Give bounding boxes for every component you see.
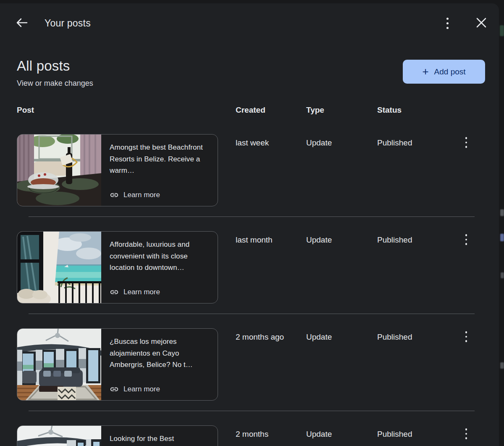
learn-more-link[interactable]: Learn more xyxy=(110,190,209,200)
plus-icon: + xyxy=(422,66,428,77)
your-posts-dialog: Your posts All posts View or make change… xyxy=(0,3,499,446)
post-summary: Amongst the best Beachfront Resorts in B… xyxy=(110,142,209,177)
table-row: Looking for the Best Learn more 2 months… xyxy=(17,411,475,446)
underlay-fragment xyxy=(500,25,504,36)
learn-more-label: Learn more xyxy=(123,288,160,296)
learn-more-label: Learn more xyxy=(123,385,160,393)
kebab-icon xyxy=(465,137,467,148)
status-cell: Published xyxy=(377,328,458,401)
row-menu-button[interactable] xyxy=(458,134,475,151)
post-thumbnail xyxy=(17,135,101,206)
kebab-icon xyxy=(446,18,449,29)
dialog-title: Your posts xyxy=(45,18,91,29)
page-subtitle: View or make changes xyxy=(17,79,93,88)
created-cell: last week xyxy=(236,134,290,206)
dining-table-cake-and-wine-image xyxy=(17,135,101,206)
link-icon xyxy=(110,190,119,200)
post-card[interactable]: Affordable, luxurious and convenient wit… xyxy=(17,231,218,303)
dialog-topbar: Your posts xyxy=(0,3,499,40)
kebab-icon xyxy=(465,331,467,342)
created-cell: 2 months xyxy=(236,425,290,446)
link-icon xyxy=(110,385,119,394)
link-icon xyxy=(110,288,119,297)
kebab-icon xyxy=(465,234,467,245)
learn-more-link[interactable]: Learn more xyxy=(110,385,209,394)
created-cell: last month xyxy=(236,231,290,303)
type-cell: Update xyxy=(306,425,377,446)
underlay-fragment xyxy=(500,234,504,241)
underlay-fragment xyxy=(501,272,504,278)
created-cell: 2 months ago xyxy=(236,328,290,401)
close-icon xyxy=(475,17,487,30)
row-menu-button[interactable] xyxy=(458,328,475,345)
underlay-fragment xyxy=(500,362,504,369)
balcony-ocean-view-image xyxy=(17,232,101,303)
add-post-label: Add post xyxy=(434,67,466,77)
post-summary: Affordable, luxurious and convenient wit… xyxy=(110,239,209,274)
status-cell: Published xyxy=(377,134,458,206)
type-cell: Update xyxy=(306,231,377,303)
learn-more-link[interactable]: Learn more xyxy=(110,288,209,297)
posts-table: Post Created Type Status xyxy=(17,106,475,446)
status-cell: Published xyxy=(377,425,458,446)
learn-more-label: Learn more xyxy=(123,191,160,199)
underlay-fragment xyxy=(500,209,504,216)
add-post-button[interactable]: + Add post xyxy=(403,60,485,84)
post-thumbnail xyxy=(17,232,101,303)
type-cell: Update xyxy=(306,328,377,401)
table-header-row: Post Created Type Status xyxy=(17,106,475,121)
back-arrow-icon xyxy=(16,16,28,30)
column-header-status: Status xyxy=(377,106,458,115)
page-title: All posts xyxy=(17,58,93,74)
row-menu-button[interactable] xyxy=(458,231,475,248)
column-header-created: Created xyxy=(236,106,306,115)
status-cell: Published xyxy=(377,231,458,303)
living-room-ceiling-fan-image xyxy=(17,426,101,446)
table-row: Amongst the best Beachfront Resorts in B… xyxy=(17,121,475,206)
type-cell: Update xyxy=(306,134,377,206)
table-row: Affordable, luxurious and convenient wit… xyxy=(17,217,475,303)
post-card[interactable]: Looking for the Best Learn more xyxy=(17,425,218,446)
column-header-type: Type xyxy=(306,106,377,115)
kebab-icon xyxy=(465,428,467,439)
post-thumbnail xyxy=(17,329,101,400)
overflow-menu-button[interactable] xyxy=(440,16,454,30)
close-button[interactable] xyxy=(474,16,488,30)
post-card[interactable]: Amongst the best Beachfront Resorts in B… xyxy=(17,134,218,206)
column-header-post: Post xyxy=(17,106,236,115)
row-menu-button[interactable] xyxy=(458,425,475,442)
table-row: ¿Buscas los mejores alojamientos en Cayo… xyxy=(17,314,475,401)
post-card[interactable]: ¿Buscas los mejores alojamientos en Cayo… xyxy=(17,328,218,401)
living-room-ocean-windows-image xyxy=(17,329,101,400)
post-thumbnail xyxy=(17,426,101,446)
page-header: All posts View or make changes + Add pos… xyxy=(17,58,485,88)
post-summary: Looking for the Best xyxy=(110,433,209,445)
back-button[interactable] xyxy=(15,16,29,30)
post-summary: ¿Buscas los mejores alojamientos en Cayo… xyxy=(110,336,209,371)
